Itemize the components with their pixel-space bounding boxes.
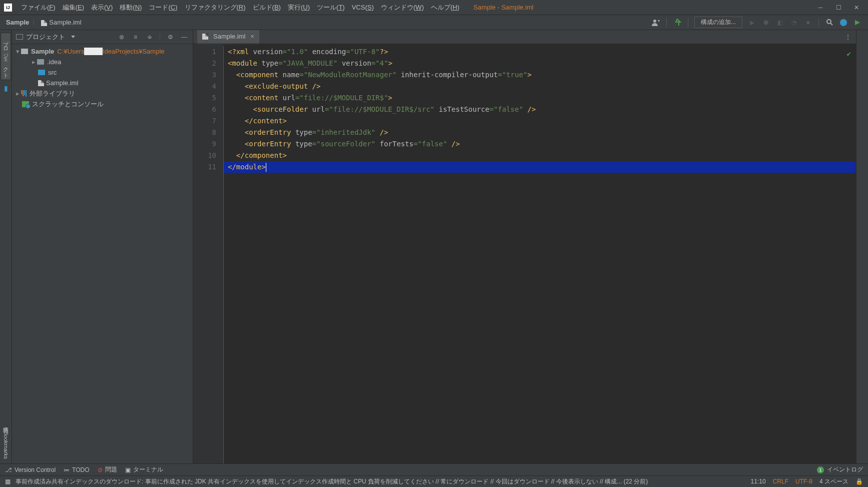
branch-icon: ⎇ — [5, 466, 12, 473]
folder-tab-icon[interactable]: ▮ — [4, 84, 8, 92]
hide-icon[interactable]: — — [180, 33, 189, 42]
menu-refactor[interactable]: リファクタリング(R) — [182, 1, 249, 14]
collapse-all-icon[interactable]: ≑ — [145, 33, 154, 42]
line-number: 10 — [193, 150, 216, 161]
run-config-button[interactable]: 構成の追加... — [694, 17, 742, 28]
right-tool-strip — [856, 30, 868, 463]
line-number: 7 — [193, 115, 216, 127]
editor[interactable]: 1 2 3 4 5 6 7 8 9 10 11 ✔ <?xml version=… — [193, 44, 856, 463]
terminal-icon: ▣ — [125, 466, 131, 473]
tree-row-iml[interactable]: Sample.iml — [12, 78, 193, 88]
svg-point-0 — [653, 20, 656, 23]
status-position[interactable]: 11:10 — [751, 478, 766, 485]
tree-row-src[interactable]: src — [12, 67, 193, 78]
search-icon[interactable] — [825, 18, 834, 27]
svg-text:▾: ▾ — [658, 19, 660, 23]
svg-point-4 — [840, 19, 847, 26]
build-icon[interactable] — [673, 18, 682, 27]
select-opened-file-icon[interactable]: ⊕ — [117, 33, 126, 42]
project-tree: ▾ Sample C:¥UsersxxxxxIdeaProjects¥Sampl… — [12, 44, 193, 463]
breadcrumb-file[interactable]: Sample.iml — [41, 19, 81, 26]
run-anything-icon[interactable] — [853, 18, 862, 27]
tree-row-scratches[interactable]: スクラッチとコンソール — [12, 99, 193, 109]
menu-view[interactable]: 表示(V) — [88, 1, 116, 14]
folder-icon — [37, 59, 44, 65]
close-tab-icon[interactable]: × — [250, 33, 254, 40]
tree-row-external-libs[interactable]: ▸ 外部ライブラリ — [12, 88, 193, 99]
app-icon: IJ — [4, 4, 12, 12]
coverage-icon[interactable]: ◧ — [775, 18, 784, 27]
tree-row-idea[interactable]: ▸ .idea — [12, 57, 193, 67]
tw-terminal[interactable]: ▣ターミナル — [125, 465, 163, 474]
menu-help[interactable]: ヘルプ(H) — [428, 1, 463, 14]
event-count-badge: 1 — [817, 466, 824, 473]
menu-vcs[interactable]: VCS(S) — [349, 2, 377, 13]
menu-edit[interactable]: 編集(E) — [60, 1, 87, 14]
status-bar: ▦ 事前作成済み共有インデックスのダウンロード: 事前に作成された JDK 共有… — [0, 475, 868, 487]
debug-icon[interactable]: ⬢ — [761, 18, 770, 27]
editor-tab-bar: Sample.iml × ⋮ — [193, 30, 856, 44]
windows-icon[interactable]: ▦ — [5, 478, 11, 485]
status-message[interactable]: 事前作成済み共有インデックスのダウンロード: 事前に作成された JDK 共有イン… — [16, 477, 648, 486]
side-tab-project[interactable]: プロジェクト — [1, 33, 11, 80]
side-tab-structure[interactable]: 構造 — [1, 418, 11, 427]
project-panel-title[interactable]: プロジェクト — [16, 33, 75, 42]
vcs-user-icon[interactable]: ▾ — [651, 18, 660, 27]
breadcrumb-project[interactable]: Sample — [6, 19, 29, 26]
status-encoding[interactable]: UTF-8 — [795, 478, 812, 485]
status-indent[interactable]: 4 スペース — [819, 477, 848, 486]
chevron-down-icon[interactable] — [71, 36, 75, 38]
tw-todo[interactable]: ≔TODO — [64, 466, 89, 473]
menu-run[interactable]: 実行(U) — [285, 1, 313, 14]
status-line-separator[interactable]: CRLF — [773, 478, 788, 485]
menu-window[interactable]: ウィンドウ(W) — [378, 1, 427, 14]
file-icon — [41, 20, 47, 26]
project-root-icon — [21, 49, 28, 54]
inspection-ok-icon[interactable]: ✔ — [847, 48, 851, 60]
menu-file[interactable]: ファイル(F) — [18, 1, 59, 14]
run-icon[interactable]: ▶ — [747, 18, 756, 27]
chevron-right-icon[interactable]: ▸ — [32, 58, 37, 66]
editor-tab[interactable]: Sample.iml × — [197, 30, 259, 44]
menu-bar: IJ ファイル(F) 編集(E) 表示(V) 移動(N) コード(C) リファク… — [0, 0, 868, 15]
ide-features-icon[interactable] — [839, 18, 848, 27]
menu-code[interactable]: コード(C) — [146, 1, 180, 14]
menu-navigate[interactable]: 移動(N) — [117, 1, 145, 14]
menu-build[interactable]: ビルド(B) — [250, 1, 284, 14]
tree-row-root[interactable]: ▾ Sample C:¥UsersxxxxxIdeaProjects¥Sampl… — [12, 46, 193, 57]
file-icon — [202, 34, 208, 40]
expand-all-icon[interactable]: ≡ — [131, 33, 140, 42]
project-panel-header: プロジェクト ⊕ ≡ ≑ | ⚙ — — [12, 30, 193, 44]
chevron-down-icon[interactable]: ▾ — [16, 48, 21, 55]
stop-icon[interactable]: ■ — [803, 18, 812, 27]
breadcrumb-chevron-icon: 〉 — [32, 18, 38, 27]
tw-event-log[interactable]: イベントログ — [827, 465, 863, 474]
warning-icon: ⊘ — [98, 466, 103, 473]
close-button[interactable]: ✕ — [853, 4, 860, 11]
library-icon — [21, 90, 27, 97]
code-content[interactable]: ✔ <?xml version="1.0" encoding="UTF-8"?>… — [224, 44, 856, 463]
left-tool-strip: プロジェクト ▮ 構造 Bookmarks — [0, 30, 12, 463]
profile-icon[interactable]: ◔ — [789, 18, 798, 27]
bottom-tool-strip: ⎇Version Control ≔TODO ⊘問題 ▣ターミナル 1 イベント… — [0, 463, 868, 475]
lock-icon[interactable]: 🔒 — [855, 478, 863, 485]
minimize-button[interactable]: ─ — [817, 4, 824, 11]
window-title: Sample - Sample.iml — [474, 4, 534, 11]
line-number: 4 — [193, 81, 216, 92]
chevron-right-icon[interactable]: ▸ — [16, 90, 21, 97]
source-folder-icon — [38, 70, 45, 75]
svg-line-3 — [830, 23, 832, 25]
side-tab-bookmarks[interactable]: Bookmarks — [2, 427, 11, 463]
project-tool-window: プロジェクト ⊕ ≡ ≑ | ⚙ — ▾ Sample C:¥Usersxxxx… — [12, 30, 193, 463]
gear-icon[interactable]: ⚙ — [166, 33, 175, 42]
maximize-button[interactable]: ☐ — [835, 4, 842, 11]
tw-problems[interactable]: ⊘問題 — [98, 465, 117, 474]
list-icon: ≔ — [64, 466, 70, 473]
editor-gutter: 1 2 3 4 5 6 7 8 9 10 11 — [193, 44, 223, 463]
line-number: 8 — [193, 127, 216, 138]
line-number: 1 — [193, 46, 216, 58]
menu-tools[interactable]: ツール(T) — [314, 1, 348, 14]
editor-tab-menu-icon[interactable]: ⋮ — [845, 34, 856, 41]
tw-vcs[interactable]: ⎇Version Control — [5, 466, 56, 473]
scratch-icon — [22, 101, 29, 107]
